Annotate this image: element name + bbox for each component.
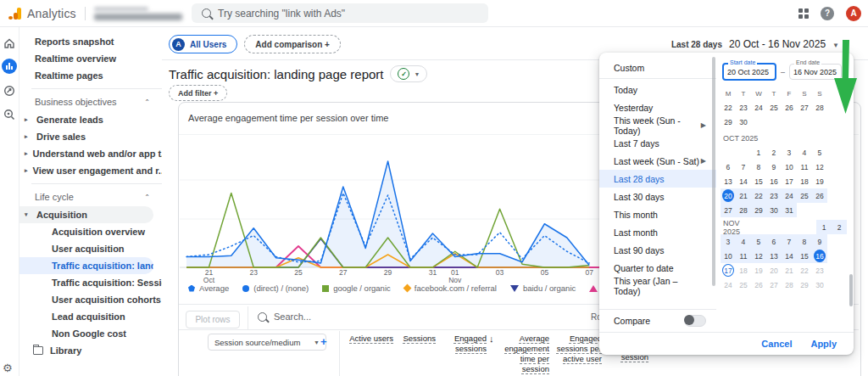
calendar-day[interactable]: 3	[782, 145, 797, 160]
calendar-day[interactable]: 9	[766, 160, 782, 174]
calendar-day[interactable]: 26	[812, 188, 827, 203]
dimension-selector[interactable]: Session source/medium ▼	[208, 334, 326, 351]
calendar-day[interactable]: 3	[721, 234, 736, 249]
reports-icon[interactable]	[2, 59, 17, 74]
calendar-day[interactable]: 23	[736, 100, 751, 115]
calendar-day[interactable]: 17	[721, 263, 736, 278]
calendar-day[interactable]: 15	[751, 174, 766, 188]
preset-this-year-jan-today-[interactable]: This year (Jan – Today)	[599, 277, 716, 295]
calendar-day[interactable]: 24	[782, 188, 797, 203]
calendar-day[interactable]: 4	[736, 234, 751, 249]
calendar-day[interactable]: 21	[782, 263, 797, 278]
preset-today[interactable]: Today	[599, 81, 716, 98]
calendar-day[interactable]: 22	[721, 100, 736, 115]
legend-item[interactable]: facebook.com / referral	[404, 283, 497, 293]
calendar-day[interactable]: 8	[751, 160, 766, 174]
calendar-day[interactable]: 14	[782, 249, 797, 263]
preset-this-week-sun-today-[interactable]: This week (Sun - Today)▶	[599, 116, 716, 134]
plot-rows-button[interactable]: Plot rows	[186, 311, 240, 328]
calendar-day[interactable]: 27	[766, 278, 782, 292]
calendar-day[interactable]: 14	[736, 174, 751, 188]
legend-item[interactable]: Average	[188, 283, 229, 293]
sidebar-item[interactable]: Lead acquisition	[19, 308, 162, 325]
preset-last-month[interactable]: Last month	[599, 223, 716, 241]
calendar-day[interactable]: 16	[812, 249, 827, 263]
user-avatar[interactable]: A	[846, 6, 861, 21]
start-date-field[interactable]: Start date 20 Oct 2025	[722, 63, 776, 81]
sidebar-item-active[interactable]: Traffic acquisition: landing ...	[19, 257, 153, 274]
calendar-day[interactable]: 25	[766, 100, 782, 115]
calendar-day[interactable]: 24	[721, 278, 736, 292]
calendar-day[interactable]: 10	[721, 249, 736, 263]
calendar-day[interactable]: 11	[736, 249, 751, 263]
calendar-day[interactable]: 17	[782, 174, 797, 188]
calendar-day[interactable]: 5	[812, 145, 827, 160]
sidebar-item[interactable]: User acquisition	[19, 240, 162, 257]
column-header[interactable]: Sessions	[397, 334, 436, 344]
preset-this-month[interactable]: This month	[599, 205, 716, 223]
calendar-day[interactable]: 31	[782, 203, 797, 217]
calendar-day[interactable]: 24	[751, 100, 766, 115]
calendar-day[interactable]: 20	[766, 263, 782, 278]
calendar-day[interactable]: 5	[751, 234, 766, 249]
sidebar-item-library[interactable]: Library	[19, 342, 162, 359]
calendar-day[interactable]: 29	[751, 203, 766, 217]
sidebar-item[interactable]: ▸View user engagement and r...	[19, 162, 162, 179]
calendar-day[interactable]: 16	[766, 174, 782, 188]
sidebar-item-acquisition[interactable]: ▾Acquisition	[19, 206, 153, 223]
analytics-logo[interactable]: Analytics	[8, 7, 76, 20]
report-status-badge[interactable]: ✓ ▼	[390, 65, 427, 82]
home-icon[interactable]	[3, 36, 16, 50]
calendar-day[interactable]: 25	[736, 278, 751, 292]
table-search[interactable]: Search...	[258, 311, 311, 322]
advertising-icon[interactable]	[3, 84, 16, 98]
account-selector-blurred[interactable]	[94, 7, 182, 20]
calendar-day[interactable]: 28	[736, 203, 751, 217]
calendar-day[interactable]: 30	[812, 278, 827, 292]
all-users-chip[interactable]: A All Users	[169, 35, 237, 53]
sidebar-item[interactable]: Acquisition overview	[19, 223, 162, 240]
calendar-day[interactable]: 22	[751, 188, 766, 203]
calendar-day[interactable]: 1	[751, 145, 766, 160]
calendar-day[interactable]: 6	[721, 160, 736, 174]
preset-quarter-to-date[interactable]: Quarter to date	[599, 259, 716, 277]
compare-toggle[interactable]	[684, 315, 706, 327]
preset-custom[interactable]: Custom	[599, 59, 716, 76]
cancel-button[interactable]: Cancel	[761, 339, 792, 349]
search-bar[interactable]: Try searching "link with Ads"	[192, 3, 488, 23]
calendar-day[interactable]: 23	[766, 188, 782, 203]
calendar-day[interactable]: 7	[736, 160, 751, 174]
legend-item[interactable]: google / organic	[322, 283, 391, 293]
menu-scrollbar[interactable]	[712, 57, 715, 286]
column-header[interactable]: Average engagement time per session	[502, 334, 549, 374]
sidebar-item[interactable]: Realtime pages	[19, 67, 162, 84]
preset-last-28-days[interactable]: Last 28 days	[599, 170, 716, 188]
sidebar-item[interactable]: ▸Understand web and/or app t...	[19, 145, 162, 162]
date-range-selector[interactable]: Last 28 days 20 Oct - 16 Nov 2025 ▼	[671, 38, 839, 50]
calendar-day[interactable]: 19	[812, 174, 827, 188]
calendar-day[interactable]: 10	[782, 160, 797, 174]
calendar-day[interactable]: 12	[751, 249, 766, 263]
calendar-day[interactable]: 27	[721, 203, 736, 217]
preset-last-week-sun-sat-[interactable]: Last week (Sun - Sat)▶	[599, 152, 716, 170]
explore-icon[interactable]	[3, 108, 16, 121]
sidebar-item[interactable]: ▸Drive sales	[19, 128, 162, 145]
calendar-day[interactable]: 18	[736, 263, 751, 278]
calendar-day[interactable]: 4	[797, 145, 812, 160]
calendar-day[interactable]: 6	[766, 234, 782, 249]
calendar-day[interactable]: 27	[797, 100, 812, 115]
preset-yesterday[interactable]: Yesterday	[599, 98, 716, 116]
calendar-day[interactable]: 11	[797, 160, 812, 174]
calendar-day[interactable]: 30	[736, 115, 751, 129]
calendar-day[interactable]: 2	[832, 220, 847, 234]
column-header[interactable]: Engaged sessions per active user	[553, 334, 602, 364]
calendar-day[interactable]: 12	[812, 160, 827, 174]
calendar-day[interactable]: 15	[797, 249, 812, 263]
calendar-day[interactable]: 13	[721, 174, 736, 188]
calendar-day[interactable]: 26	[751, 278, 766, 292]
add-comparison-button[interactable]: Add comparison +	[244, 35, 341, 53]
calendar-scrollbar[interactable]	[849, 274, 853, 306]
sidebar-item[interactable]: Reports snapshot	[19, 33, 162, 50]
add-filter-button[interactable]: Add filter +	[169, 85, 227, 101]
calendar-day[interactable]: 25	[797, 188, 812, 203]
